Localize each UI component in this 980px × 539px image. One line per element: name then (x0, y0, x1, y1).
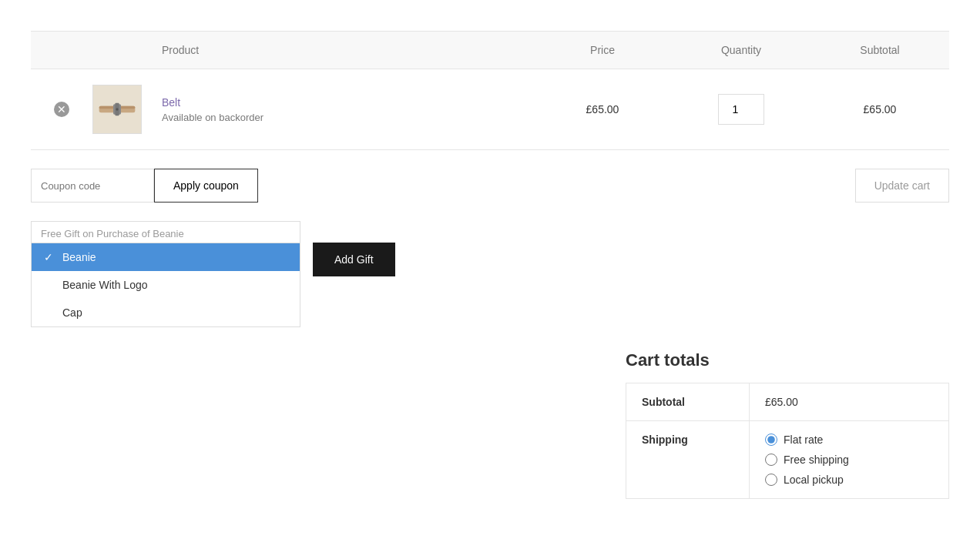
shipping-options: Flat rate Free shipping Local pickup (750, 421, 948, 498)
gift-options-list: ✓ Beanie Beanie With Logo Cap (31, 243, 300, 327)
product-image-cell (92, 85, 154, 134)
flat-rate-radio[interactable] (765, 434, 777, 446)
coupon-left: Apply coupon (31, 169, 258, 203)
remove-cell: ✕ (31, 102, 92, 117)
shipping-option-local[interactable]: Local pickup (765, 474, 933, 486)
subtotal-label: Subtotal (626, 383, 750, 420)
cart-totals-title: Cart totals (626, 350, 949, 370)
product-thumbnail (92, 85, 142, 134)
gift-option-beanie-logo-label: Beanie With Logo (62, 279, 148, 291)
cart-totals-box: Cart totals Subtotal £65.00 Shipping Fla… (626, 350, 949, 499)
check-icon: ✓ (44, 251, 56, 263)
shipping-label: Shipping (626, 421, 750, 498)
product-availability: Available on backorder (162, 112, 533, 123)
subtotal-row: Subtotal £65.00 (626, 383, 948, 421)
free-shipping-label: Free shipping (784, 454, 849, 466)
shipping-row: Shipping Flat rate Free shipping (626, 421, 948, 498)
quantity-cell (672, 94, 811, 125)
gift-dropdown-wrapper: Free Gift on Purchase of Beanie ✓ Beanie… (31, 221, 300, 327)
product-subtotal: £65.00 (811, 103, 949, 116)
gift-area: Free Gift on Purchase of Beanie ✓ Beanie… (31, 215, 949, 343)
shipping-option-free[interactable]: Free shipping (765, 454, 933, 466)
free-shipping-radio[interactable] (765, 454, 777, 466)
cart-row: ✕ Belt Available on backorder £65.00 (31, 69, 949, 150)
coupon-input[interactable] (31, 169, 154, 203)
totals-table: Subtotal £65.00 Shipping Flat rate (626, 383, 949, 499)
subtotal-value: £65.00 (750, 383, 948, 420)
col-subtotal: Subtotal (811, 44, 949, 56)
col-image (92, 44, 154, 56)
svg-point-4 (116, 108, 118, 110)
add-gift-button[interactable]: Add Gift (313, 243, 395, 276)
update-cart-button[interactable]: Update cart (855, 169, 949, 203)
product-price: £65.00 (533, 103, 672, 116)
product-name-link[interactable]: Belt (162, 96, 180, 109)
cart-totals-section: Cart totals Subtotal £65.00 Shipping Fla… (31, 343, 949, 499)
gift-option-beanie-with-logo[interactable]: Beanie With Logo (32, 271, 300, 299)
remove-button[interactable]: ✕ (54, 102, 69, 117)
gift-option-beanie[interactable]: ✓ Beanie (32, 243, 300, 271)
col-price: Price (533, 44, 672, 56)
shipping-option-flat-rate[interactable]: Flat rate (765, 434, 933, 446)
local-pickup-radio[interactable] (765, 474, 777, 486)
col-remove (31, 44, 92, 56)
remove-icon: ✕ (54, 102, 69, 117)
gift-option-beanie-label: Beanie (62, 251, 96, 263)
coupon-row: Apply coupon Update cart (31, 150, 949, 215)
gift-dropdown-label: Free Gift on Purchase of Beanie (31, 221, 300, 243)
cart-table-header: Product Price Quantity Subtotal (31, 31, 949, 69)
gift-option-cap[interactable]: Cap (32, 299, 300, 326)
flat-rate-label: Flat rate (784, 434, 823, 446)
quantity-input[interactable] (718, 94, 764, 125)
gift-option-cap-label: Cap (62, 306, 82, 319)
col-quantity: Quantity (672, 44, 811, 56)
col-product: Product (154, 44, 533, 56)
shipping-options-list: Flat rate Free shipping Local pickup (765, 434, 933, 486)
apply-coupon-button[interactable]: Apply coupon (154, 169, 258, 203)
product-info-cell: Belt Available on backorder (154, 96, 533, 123)
local-pickup-label: Local pickup (784, 474, 844, 486)
belt-image (98, 98, 136, 121)
